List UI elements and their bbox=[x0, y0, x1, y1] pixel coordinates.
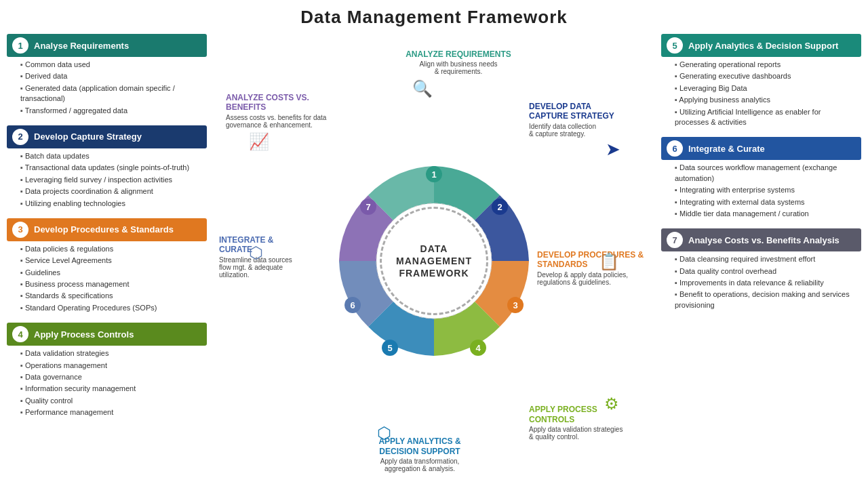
left-bullet: Data policies & regulations bbox=[20, 244, 201, 254]
left-body-3: Data policies & regulationsService Level… bbox=[7, 241, 207, 317]
right-body-7: Data cleansing required investment effor… bbox=[661, 251, 861, 314]
svg-text:6: 6 bbox=[350, 300, 355, 310]
right-num-6: 6 bbox=[667, 140, 683, 157]
right-num-7: 7 bbox=[667, 232, 683, 248]
left-body-1: Common data usedDerived dataGenerated da… bbox=[7, 57, 207, 120]
left-bullet: Data governance bbox=[20, 372, 201, 382]
right-bullet: Data sources workflow management (exchan… bbox=[675, 163, 856, 184]
left-bullet: Business process management bbox=[20, 279, 201, 289]
left-header-3: 3 Develop Procedures & Standards bbox=[7, 218, 207, 241]
left-body-4: Data validation strategiesOperations man… bbox=[7, 346, 207, 422]
icon-integrate: ⬡ bbox=[249, 243, 263, 262]
icon-requirements: 🔍 bbox=[412, 79, 433, 98]
left-bullet: Standard Operating Procedures (SOPs) bbox=[20, 303, 201, 313]
left-item-2: 2 Develop Capture Strategy Batch data up… bbox=[7, 125, 207, 213]
left-bullet: Derived data bbox=[20, 71, 201, 81]
right-bullet: Generating executive dashboards bbox=[675, 71, 856, 81]
icon-process: ⚙ bbox=[604, 394, 619, 413]
left-bullet: Batch data updates bbox=[20, 151, 201, 161]
right-bullet: Leveraging Big Data bbox=[675, 83, 856, 94]
right-num-5: 5 bbox=[667, 37, 683, 54]
left-bullet: Guidelines bbox=[20, 268, 201, 278]
icon-costs: 📈 bbox=[249, 132, 269, 151]
right-item-5: 5 Apply Analytics & Decision Support Gen… bbox=[661, 34, 861, 131]
right-panel: 5 Apply Analytics & Decision Support Gen… bbox=[661, 34, 861, 320]
right-bullet: Improvements in data relevance & reliabi… bbox=[675, 278, 856, 288]
seg-label-3: DEVELOP PROCEDURES &STANDARDS Develop & … bbox=[537, 250, 649, 286]
right-bullet: Data quality control overhead bbox=[675, 266, 856, 277]
right-header-6: 6 Integrate & Curate bbox=[661, 137, 861, 160]
right-label-6: Integrate & Curate bbox=[688, 144, 765, 154]
icon-analytics: ⬡ bbox=[377, 424, 391, 443]
left-label-1: Analyse Requirements bbox=[34, 41, 129, 51]
svg-text:1: 1 bbox=[431, 169, 436, 180]
right-bullet: Applying business analytics bbox=[675, 95, 856, 105]
left-bullet: Service Level Agreements bbox=[20, 256, 201, 266]
right-header-7: 7 Analyse Costs vs. Benefits Analysis bbox=[661, 228, 861, 251]
left-label-4: Apply Process Controls bbox=[34, 329, 134, 340]
svg-text:5: 5 bbox=[387, 343, 392, 353]
left-item-4: 4 Apply Process Controls Data validation… bbox=[7, 323, 207, 422]
right-body-5: Generating operational reportsGenerating… bbox=[661, 57, 861, 131]
right-bullet: Integrating with enterprise systems bbox=[675, 185, 856, 195]
seg-label-4: APPLY PROCESSCONTROLS Apply data validat… bbox=[529, 405, 641, 441]
right-bullet: Benefit to operations, decision making a… bbox=[675, 289, 856, 310]
main-container: Data Management Framework 1 Analyse Requ… bbox=[0, 0, 868, 488]
right-label-7: Analyse Costs vs. Benefits Analysis bbox=[688, 235, 840, 245]
page-title: Data Management Framework bbox=[7, 7, 861, 28]
icon-procedures: 📋 bbox=[599, 252, 619, 271]
left-bullet: Standards & specifications bbox=[20, 291, 201, 301]
left-bullet: Data projects coordination & alignment bbox=[20, 186, 201, 197]
right-bullet: Utilizing Artificial Intelligence as ena… bbox=[675, 107, 856, 128]
left-header-4: 4 Apply Process Controls bbox=[7, 323, 207, 346]
left-bullet: Leveraging field survey / inspection act… bbox=[20, 175, 201, 185]
left-bullet: Operations management bbox=[20, 361, 201, 371]
left-bullet: Generated data (application domain speci… bbox=[20, 83, 201, 104]
left-item-1: 1 Analyse Requirements Common data usedD… bbox=[7, 34, 207, 120]
seg-label-2: DEVELOP DATACAPTURE STRATEGY Identify da… bbox=[529, 102, 641, 138]
left-num-4: 4 bbox=[12, 326, 28, 342]
right-item-6: 6 Integrate & Curate Data sources workfl… bbox=[661, 137, 861, 223]
icon-capture: ➤ bbox=[606, 139, 620, 160]
left-bullet: Quality control bbox=[20, 396, 201, 406]
diagram-container: 1 2 3 4 5 6 7 bbox=[214, 44, 654, 478]
right-body-6: Data sources workflow management (exchan… bbox=[661, 160, 861, 223]
left-bullet: Transactional data updates (single point… bbox=[20, 163, 201, 173]
left-num-3: 3 bbox=[12, 222, 28, 238]
center-circle: DATAMANAGEMENTFRAMEWORK bbox=[380, 207, 488, 315]
left-bullet: Performance management bbox=[20, 407, 201, 418]
svg-text:4: 4 bbox=[475, 343, 481, 353]
left-body-2: Batch data updatesTransactional data upd… bbox=[7, 148, 207, 213]
seg-label-7: ANALYZE COSTS VS.BENEFITS Assess costs v… bbox=[226, 93, 338, 129]
left-bullet: Common data used bbox=[20, 60, 201, 70]
right-bullet: Generating operational reports bbox=[675, 60, 856, 70]
right-bullet: Integrating with external data systems bbox=[675, 197, 856, 207]
left-header-2: 2 Develop Capture Strategy bbox=[7, 125, 207, 148]
svg-text:3: 3 bbox=[513, 300, 517, 310]
svg-text:2: 2 bbox=[497, 202, 502, 212]
seg-label-1: ANALYZE REQUIREMENTS Align with business… bbox=[397, 49, 519, 75]
left-panel: 1 Analyse Requirements Common data usedD… bbox=[7, 34, 207, 428]
left-label-2: Develop Capture Strategy bbox=[34, 131, 142, 142]
left-bullet: Utilizing enabling technologies bbox=[20, 199, 201, 209]
center-area: 1 2 3 4 5 6 7 bbox=[207, 34, 661, 488]
seg-label-5: APPLY ANALYTICS &DECISION SUPPORT Apply … bbox=[349, 436, 491, 472]
svg-text:7: 7 bbox=[366, 202, 370, 212]
left-bullet: Transformed / aggregated data bbox=[20, 106, 201, 116]
left-item-3: 3 Develop Procedures & Standards Data po… bbox=[7, 218, 207, 317]
right-bullet: Data cleansing required investment effor… bbox=[675, 254, 856, 264]
right-label-5: Apply Analytics & Decision Support bbox=[688, 41, 838, 51]
right-item-7: 7 Analyse Costs vs. Benefits Analysis Da… bbox=[661, 228, 861, 314]
left-bullet: Information security management bbox=[20, 384, 201, 394]
right-bullet: Middle tier data management / curation bbox=[675, 209, 856, 219]
right-header-5: 5 Apply Analytics & Decision Support bbox=[661, 34, 861, 57]
left-num-1: 1 bbox=[12, 37, 28, 54]
left-header-1: 1 Analyse Requirements bbox=[7, 34, 207, 57]
left-bullet: Data validation strategies bbox=[20, 348, 201, 359]
seg-label-6: INTEGRATE &CURATE Streamline data source… bbox=[219, 235, 328, 279]
left-label-3: Develop Procedures & Standards bbox=[34, 224, 174, 235]
left-num-2: 2 bbox=[12, 129, 28, 145]
